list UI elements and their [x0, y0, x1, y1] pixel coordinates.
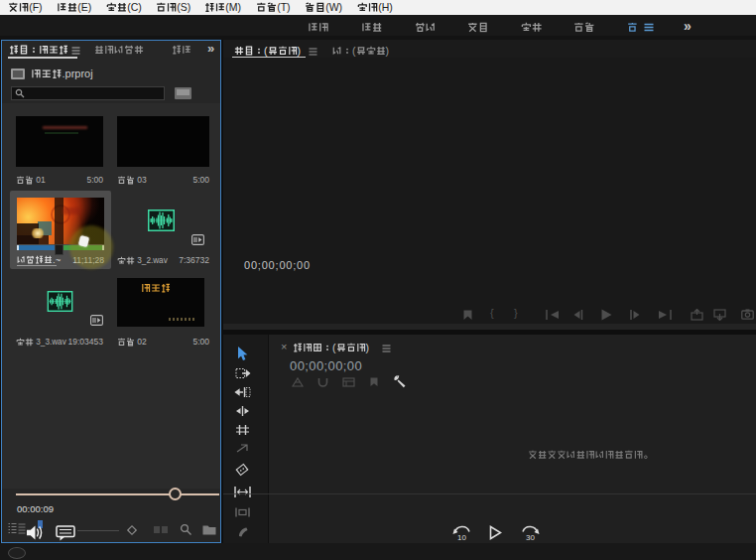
- svg-text:30: 30: [526, 533, 535, 542]
- svg-text:10: 10: [457, 533, 466, 542]
